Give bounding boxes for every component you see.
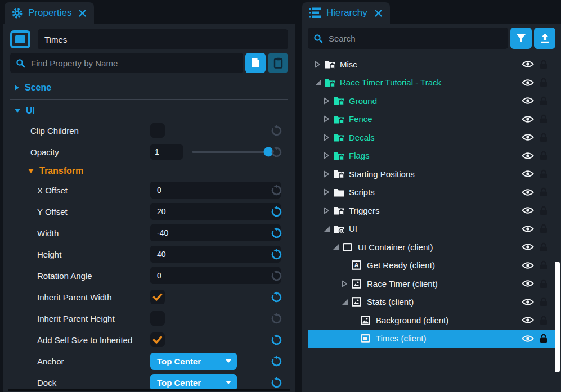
expand-arrow-icon[interactable] [315,61,325,68]
tree-item-stats-client[interactable]: Stats (client) [308,293,555,312]
reset-icon[interactable] [271,227,282,239]
visibility-eye-icon[interactable] [522,60,534,68]
visibility-eye-icon[interactable] [522,188,534,196]
dock-dropdown[interactable]: Top Center [150,374,237,391]
reset-icon[interactable] [271,249,282,260]
expand-arrow-icon[interactable] [324,207,334,214]
copy-properties-button[interactable] [245,53,266,73]
tab-properties[interactable]: Properties [5,2,94,24]
horizontal-scrollbar[interactable] [8,389,290,391]
width-input[interactable]: -40 [150,224,281,241]
visibility-eye-icon[interactable] [522,335,534,343]
tree-item-race-timer-client[interactable]: Race Timer (client) [308,274,555,293]
tab-hierarchy[interactable]: Hierarchy [302,2,390,24]
expand-arrow-icon[interactable] [324,188,334,196]
visibility-eye-icon[interactable] [522,243,534,251]
rotation-angle-input[interactable]: 0 [150,267,281,284]
section-ui[interactable]: UI [15,105,288,116]
visibility-eye-icon[interactable] [522,206,534,214]
reset-icon[interactable] [271,146,282,158]
tree-item-flags[interactable]: Flags [308,147,555,165]
reset-icon[interactable] [271,270,282,282]
collapse-arrow-icon[interactable] [315,79,325,86]
expand-arrow-icon[interactable] [324,134,334,141]
lock-icon[interactable] [540,187,547,197]
section-transform[interactable]: Transform [10,163,288,179]
lock-icon[interactable] [540,169,547,179]
expand-arrow-icon[interactable] [324,115,334,123]
expand-arrow-icon[interactable] [324,97,334,105]
lock-icon[interactable] [540,133,547,142]
lock-icon[interactable] [540,242,547,252]
visibility-eye-icon[interactable] [522,133,534,141]
y-offset-input[interactable]: 20 [150,203,281,220]
hierarchy-search-input[interactable] [327,33,502,44]
close-icon[interactable] [79,10,86,17]
section-scene[interactable]: Scene [15,82,288,93]
clip-children-checkbox[interactable] [150,123,165,138]
expand-arrow-icon[interactable] [324,152,334,159]
reset-icon[interactable] [271,355,282,367]
reset-icon[interactable] [271,184,282,196]
collapse-arrow-icon[interactable] [342,299,352,305]
lock-icon[interactable] [540,279,547,289]
tree-item-ui-container-client[interactable]: UI Container (client) [308,238,555,256]
vertical-scrollbar[interactable] [555,262,560,372]
tree-item-scripts[interactable]: Scripts [308,183,555,202]
anchor-dropdown[interactable]: Top Center [150,353,237,370]
tree-item-fence[interactable]: Fence [308,110,555,129]
reset-icon[interactable] [271,125,282,137]
opacity-slider[interactable] [192,151,274,153]
expand-arrow-icon[interactable] [342,280,352,287]
tree-item-times-client[interactable]: Times (client) [308,330,555,348]
tree-item-ground[interactable]: Ground [308,92,555,110]
visibility-eye-icon[interactable] [522,316,534,324]
visibility-eye-icon[interactable] [522,280,534,287]
tree-item-background-client[interactable]: Background (client) [308,311,555,330]
visibility-eye-icon[interactable] [522,152,534,160]
tree-item-decals[interactable]: Decals [308,128,555,147]
tree-item-starting-positions[interactable]: Starting Positions [308,165,555,183]
inherit-parent-height-checkbox[interactable] [150,311,165,326]
visibility-eye-icon[interactable] [522,298,534,306]
visibility-eye-icon[interactable] [522,97,534,105]
lock-icon[interactable] [540,78,547,87]
lock-icon[interactable] [540,206,547,215]
lock-icon[interactable] [540,96,547,106]
visibility-eye-icon[interactable] [522,79,534,87]
object-name-input[interactable] [38,29,288,49]
expand-arrow-icon[interactable] [324,170,334,178]
lock-icon[interactable] [540,260,547,270]
tree-item-misc[interactable]: Misc [308,55,555,74]
reset-icon[interactable] [271,291,282,303]
tree-item-race-timer-tutorial-track[interactable]: Race Timer Tutorial - Track [308,74,555,92]
reset-icon[interactable] [271,377,282,389]
lock-icon[interactable] [540,297,547,307]
lock-icon[interactable] [540,334,547,343]
close-icon[interactable] [375,10,382,17]
reset-icon[interactable] [271,313,282,325]
filter-button[interactable] [510,28,532,49]
visibility-eye-icon[interactable] [522,170,534,178]
visibility-eye-icon[interactable] [522,225,534,233]
collapse-arrow-icon[interactable] [324,226,334,232]
collapse-arrow-icon[interactable] [333,244,343,250]
opacity-value[interactable]: 1 [150,144,183,160]
tree-item-get-ready-client[interactable]: AGet Ready (client) [308,256,555,275]
visibility-eye-icon[interactable] [522,115,534,123]
height-input[interactable]: 40 [150,246,281,263]
paste-properties-button[interactable] [268,53,288,73]
lock-icon[interactable] [540,316,547,325]
lock-icon[interactable] [540,151,547,160]
lock-icon[interactable] [540,224,547,233]
export-button[interactable] [534,28,555,49]
x-offset-input[interactable]: 0 [150,182,281,199]
lock-icon[interactable] [540,114,547,124]
lock-icon[interactable] [540,60,547,69]
tree-item-ui[interactable]: UI [308,220,555,238]
tree-item-triggers[interactable]: Triggers [308,201,555,220]
property-search-input[interactable] [30,58,237,69]
add-self-size-to-inherited-checkbox[interactable] [150,332,165,347]
reset-icon[interactable] [271,334,282,346]
reset-icon[interactable] [271,206,282,218]
